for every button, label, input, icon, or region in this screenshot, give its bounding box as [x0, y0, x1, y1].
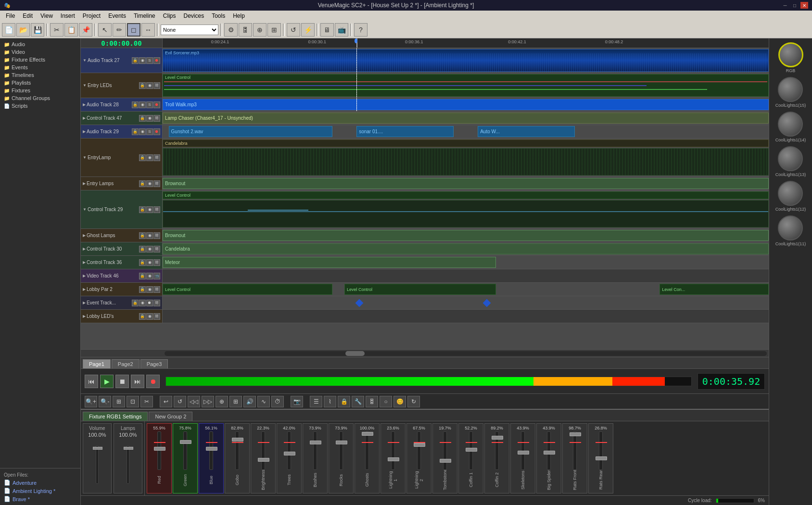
track-content[interactable]: Brownout — [163, 177, 769, 190]
mute-btn[interactable]: ◉ — [146, 286, 153, 293]
fader-thumb[interactable] — [414, 443, 425, 447]
help-button[interactable]: ? — [354, 23, 368, 37]
fader-thumb[interactable] — [258, 458, 269, 462]
mix-btn[interactable]: 🎛 — [366, 396, 378, 407]
lock-btn[interactable]: 🔒 — [139, 286, 146, 293]
refresh-btn[interactable]: ↻ — [407, 396, 420, 407]
track-content[interactable]: Troll Walk.mp3 — [163, 98, 769, 111]
mixer-fader[interactable] — [382, 431, 404, 470]
menu-item-timeline[interactable]: Timeline — [130, 12, 159, 20]
page-tab-3[interactable]: Page3 — [140, 359, 168, 368]
play-button[interactable]: ▶ — [100, 375, 114, 388]
lock-btn[interactable]: 🔒 — [139, 232, 146, 239]
track-content[interactable]: Meteor — [163, 256, 769, 269]
mixer-fader[interactable] — [434, 431, 456, 470]
fader-track[interactable] — [313, 431, 317, 470]
face-btn[interactable]: 😊 — [393, 396, 406, 407]
track-expand-icon[interactable]: ▶ — [83, 274, 86, 278]
mixer-fader[interactable] — [460, 431, 482, 470]
open-button[interactable]: 📂 — [16, 23, 30, 37]
fader-track[interactable] — [157, 431, 161, 470]
autow-clip[interactable]: Auto W... — [478, 126, 575, 137]
track-content[interactable]: Evil Sorcerer.mp3 — [163, 48, 769, 73]
track-content[interactable]: Level Control — [163, 190, 769, 228]
track-expand-icon[interactable]: ▶ — [83, 181, 86, 186]
track-content[interactable]: Candelabra — [163, 242, 769, 255]
zoom-all-btn[interactable]: ⊡ — [127, 396, 139, 407]
mute-btn[interactable]: ◉ — [146, 259, 153, 266]
fader-thumb[interactable] — [232, 438, 243, 442]
lock-btn[interactable]: 🔒 — [139, 246, 146, 252]
lock-btn[interactable]: 🔒 — [132, 101, 139, 108]
track-expand-icon[interactable]: ▼ — [83, 83, 87, 88]
record-btn[interactable]: ⏺ — [153, 57, 160, 64]
record-btn[interactable]: ⏺ — [153, 128, 160, 135]
mute-btn[interactable]: ◉ — [146, 313, 153, 320]
chain-btn[interactable]: ⛓ — [153, 115, 160, 122]
sync-button[interactable]: ⚡ — [301, 23, 315, 37]
grid-btn[interactable]: ⊞ — [229, 396, 242, 407]
knob-coollights1-15-[interactable] — [778, 77, 803, 102]
track-expand-icon[interactable]: ▶ — [83, 287, 86, 291]
mute-btn[interactable]: ◉ — [139, 300, 146, 306]
chain-btn[interactable]: ⛓ — [153, 246, 160, 252]
candelabra-clip[interactable]: Candelabra — [163, 139, 769, 147]
level-clip-3[interactable]: Level Con... — [660, 284, 769, 295]
fader-track[interactable] — [417, 431, 421, 470]
mixer-fader[interactable] — [174, 431, 196, 470]
mixer-fader[interactable] — [304, 431, 326, 470]
menu-btn[interactable]: ☰ — [310, 396, 322, 407]
sidebar-item-playlists[interactable]: 📁Playlists — [2, 79, 78, 87]
lock-btn[interactable]: 🔒 — [132, 128, 139, 135]
mixer-fader[interactable] — [200, 431, 222, 470]
mixer-fader[interactable] — [408, 431, 430, 470]
track-expand-icon[interactable]: ▼ — [83, 155, 87, 160]
chain-btn[interactable]: ⛓ — [153, 313, 160, 320]
undo-btn[interactable]: ↩ — [160, 396, 172, 407]
fader-track[interactable] — [261, 431, 265, 470]
mixer-fader[interactable] — [564, 431, 586, 470]
screen2-button[interactable]: 📺 — [335, 23, 348, 37]
fader-thumb[interactable] — [336, 441, 347, 444]
track-content[interactable] — [163, 296, 769, 309]
gunshot-clip[interactable]: Gunshot 2.wav — [169, 126, 332, 137]
curve-btn[interactable]: ⌇ — [324, 396, 336, 407]
circle-btn[interactable]: ○ — [380, 396, 392, 407]
track-content[interactable]: Gunshot 2.wav sonar 01.... Auto W... — [163, 125, 769, 138]
level-control-clip[interactable]: Level Control — [163, 74, 769, 97]
sidebar-item-audio[interactable]: 📁Audio — [2, 40, 78, 48]
track-content[interactable]: Level Control — [163, 73, 769, 98]
lock-btn[interactable]: 🔒 — [139, 259, 146, 266]
mixer-fader[interactable] — [148, 431, 170, 470]
fader-track[interactable] — [391, 431, 395, 470]
record-button[interactable]: ⏺ — [146, 375, 160, 388]
chain-btn[interactable]: ⛓ — [153, 180, 160, 187]
mute-btn[interactable]: ◉ — [146, 232, 153, 239]
camera-btn[interactable]: 📷 — [291, 396, 303, 407]
fastforward-button[interactable]: ⏭ — [131, 375, 144, 388]
fader-thumb[interactable] — [206, 447, 217, 451]
lamps-thumb[interactable] — [124, 447, 133, 450]
track-expand-icon[interactable]: ▶ — [83, 116, 86, 120]
fixture-rgb1-tab[interactable]: Fixture RGB1 Settings — [83, 412, 148, 421]
rewind-button[interactable]: ⏮ — [85, 375, 98, 388]
fader-thumb[interactable] — [180, 440, 191, 444]
fader-track[interactable] — [209, 431, 213, 470]
track-expand-icon[interactable]: ▶ — [83, 301, 86, 305]
fader-thumb[interactable] — [518, 451, 529, 454]
page-tab-1[interactable]: Page1 — [83, 359, 111, 368]
solo-btn[interactable]: S — [146, 57, 153, 64]
lock-btn[interactable]: 🔒 — [139, 273, 146, 279]
chain-btn[interactable]: ⛓ — [153, 300, 160, 306]
open-file-item[interactable]: 📄Ambient Lighting * — [2, 487, 78, 495]
mute-btn[interactable]: ◉ — [146, 273, 153, 279]
track-content[interactable]: Level Control Level Control Level Con... — [163, 283, 769, 296]
chain-btn[interactable]: ⛓ — [153, 259, 160, 266]
track-content[interactable] — [163, 310, 769, 323]
fader-thumb[interactable] — [284, 452, 295, 455]
screen-button[interactable]: 🖥 — [320, 23, 334, 37]
menu-item-file[interactable]: File — [2, 12, 19, 20]
scroll-track[interactable] — [165, 351, 767, 356]
clock-btn[interactable]: ⏱ — [271, 396, 284, 407]
lock-btn[interactable]: 🔒 — [132, 300, 139, 306]
